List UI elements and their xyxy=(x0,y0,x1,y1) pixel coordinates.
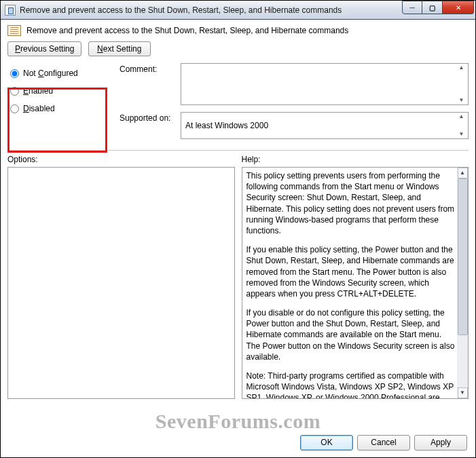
watermark: SevenForums.com xyxy=(1,410,475,433)
help-label: Help: xyxy=(242,155,469,164)
options-column: Options: xyxy=(7,155,235,399)
maximize-button[interactable]: ▢ xyxy=(422,1,443,14)
comment-textbox[interactable]: ▲▼ xyxy=(181,63,469,105)
titlebar: Remove and prevent access to the Shut Do… xyxy=(1,1,475,20)
radio-enabled-input[interactable] xyxy=(10,87,19,96)
supported-value: At least Windows 2000 xyxy=(185,121,268,130)
fields-column: Comment: ▲▼ Supported on: At least Windo… xyxy=(120,63,469,146)
heading-text: Remove and prevent access to the Shut Do… xyxy=(26,26,348,35)
comment-scroll[interactable]: ▲▼ xyxy=(456,65,466,103)
help-panel: This policy setting prevents users from … xyxy=(242,167,469,399)
options-label: Options: xyxy=(7,155,235,164)
supported-row: Supported on: At least Windows 2000 ▲▼ xyxy=(120,112,469,139)
supported-textbox: At least Windows 2000 ▲▼ xyxy=(181,112,469,139)
help-column: Help: This policy setting prevents users… xyxy=(242,155,469,399)
scroll-up-icon[interactable]: ▲ xyxy=(458,168,468,178)
radio-disabled-input[interactable] xyxy=(10,104,19,113)
help-text-1: This policy setting prevents users from … xyxy=(246,170,456,236)
previous-setting-button[interactable]: Previous Setting xyxy=(7,41,81,56)
window-controls: ─ ▢ ✕ xyxy=(402,1,474,14)
radio-enabled[interactable]: Enabled xyxy=(7,82,120,100)
divider xyxy=(7,150,469,151)
radio-not-configured-input[interactable] xyxy=(10,69,19,78)
supported-scroll[interactable]: ▲▼ xyxy=(456,114,466,137)
client-area: Remove and prevent access to the Shut Do… xyxy=(1,20,475,457)
help-text-3: If you disable or do not configure this … xyxy=(246,307,456,362)
help-text-2: If you enable this policy setting, the P… xyxy=(246,244,456,299)
policy-icon xyxy=(5,5,16,16)
cancel-button[interactable]: Cancel xyxy=(357,435,410,451)
help-text-4: Note: Third-party programs certified as … xyxy=(246,370,456,399)
comment-row: Comment: ▲▼ xyxy=(120,63,469,105)
scroll-down-icon[interactable]: ▼ xyxy=(458,387,468,398)
config-row: Not Configured Enabled Disabled Comment:… xyxy=(7,63,469,146)
radio-disabled-label: Disabled xyxy=(23,104,55,113)
lower-section: Options: Help: This policy setting preve… xyxy=(7,155,469,399)
radio-column: Not Configured Enabled Disabled xyxy=(7,63,120,146)
apply-button[interactable]: Apply xyxy=(414,435,467,451)
scroll-track[interactable] xyxy=(458,178,468,387)
radio-disabled[interactable]: Disabled xyxy=(7,100,120,117)
radio-not-configured[interactable]: Not Configured xyxy=(7,64,120,82)
supported-label: Supported on: xyxy=(120,112,181,123)
nav-buttons: Previous Setting Next Setting xyxy=(7,41,469,56)
options-panel xyxy=(7,167,235,399)
help-scrollbar[interactable]: ▲ ▼ xyxy=(457,168,468,398)
radio-enabled-label: Enabled xyxy=(23,86,53,96)
window-title: Remove and prevent access to the Shut Do… xyxy=(20,5,342,15)
heading-row: Remove and prevent access to the Shut Do… xyxy=(7,25,469,36)
minimize-button[interactable]: ─ xyxy=(402,1,422,14)
dialog-buttons: OK Cancel Apply xyxy=(300,435,467,451)
radio-not-configured-label: Not Configured xyxy=(23,69,78,78)
close-button[interactable]: ✕ xyxy=(443,1,474,14)
ok-button[interactable]: OK xyxy=(300,435,353,451)
scroll-thumb[interactable] xyxy=(458,178,468,335)
policy-heading-icon xyxy=(7,25,21,36)
comment-label: Comment: xyxy=(120,63,181,74)
next-setting-button[interactable]: Next Setting xyxy=(88,41,151,56)
